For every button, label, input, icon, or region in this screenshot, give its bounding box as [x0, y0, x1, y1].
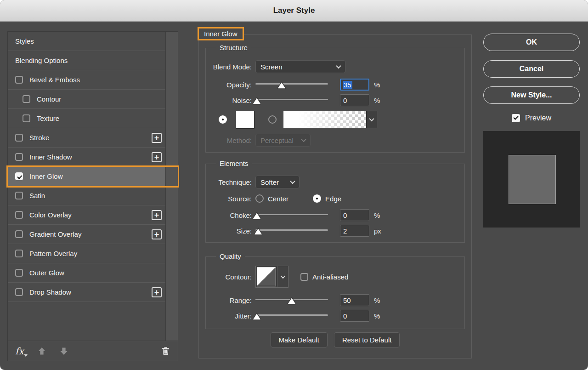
dialog-titlebar[interactable]: Layer Style — [0, 0, 588, 22]
fx-menu-icon[interactable]: fx — [15, 346, 24, 357]
sidebar-item-satin[interactable]: Satin — [8, 186, 165, 205]
noise-value: 0 — [343, 97, 347, 104]
ok-button[interactable]: OK — [483, 34, 580, 51]
chevron-down-icon — [336, 63, 341, 68]
sidebar-item-styles[interactable]: Styles — [8, 32, 165, 51]
sidebar-item-pattern-overlay[interactable]: Pattern Overlay — [8, 244, 165, 263]
size-slider[interactable] — [255, 226, 328, 235]
noise-slider-thumb[interactable] — [252, 97, 261, 105]
size-input[interactable]: 2 — [340, 225, 369, 237]
choke-input[interactable]: 0 — [340, 209, 369, 221]
opacity-slider[interactable] — [255, 80, 328, 89]
noise-label: Noise: — [206, 97, 252, 104]
technique-select[interactable]: Softer — [255, 176, 300, 188]
add-effect-button[interactable]: + — [152, 287, 162, 297]
noise-slider[interactable] — [255, 96, 328, 105]
size-slider-thumb[interactable] — [254, 228, 263, 235]
add-effect-button[interactable]: + — [152, 210, 162, 220]
add-effect-button[interactable]: + — [152, 229, 162, 239]
elements-section: Elements Technique: Softer Source: Cente… — [205, 164, 465, 243]
sidebar-item-label: Pattern Overlay — [29, 250, 77, 257]
source-center-radio[interactable] — [255, 194, 264, 203]
gradient-radio[interactable] — [268, 115, 277, 124]
style-enable-checkbox[interactable] — [15, 134, 23, 142]
contour-label: Contour: — [206, 273, 252, 281]
opacity-input[interactable]: 35 — [340, 79, 369, 91]
sidebar-item-texture[interactable]: Texture — [8, 109, 165, 128]
method-select: Perceptual — [255, 134, 311, 147]
preview-label: Preview — [525, 114, 551, 122]
range-slider[interactable] — [255, 296, 328, 305]
new-style-button[interactable]: New Style... — [483, 86, 580, 104]
style-enable-checkbox[interactable] — [15, 250, 23, 257]
source-center-label: Center — [268, 195, 288, 203]
style-enable-checkbox[interactable] — [15, 288, 23, 296]
cancel-button[interactable]: Cancel — [483, 60, 580, 78]
add-effect-button[interactable]: + — [152, 133, 162, 143]
sidebar-scrollbar[interactable] — [165, 32, 178, 341]
style-enable-checkbox[interactable] — [15, 153, 23, 161]
style-enable-checkbox[interactable] — [15, 230, 23, 238]
style-enable-checkbox[interactable] — [15, 172, 23, 180]
panel-buttons: Make Default Reset to Default — [199, 332, 471, 347]
gradient-picker[interactable] — [283, 111, 377, 128]
sidebar-item-inner-shadow[interactable]: Inner Shadow + — [8, 148, 165, 167]
style-enable-checkbox[interactable] — [23, 95, 30, 103]
gradient-dropdown-button[interactable] — [366, 111, 377, 128]
sidebar-item-inner-glow[interactable]: Inner Glow — [8, 167, 165, 186]
style-enable-checkbox[interactable] — [15, 192, 23, 199]
jitter-input[interactable]: 0 — [340, 310, 369, 322]
choke-slider[interactable] — [255, 211, 328, 220]
glow-color-swatch[interactable] — [236, 111, 254, 129]
style-enable-checkbox[interactable] — [15, 269, 23, 277]
blend-mode-select[interactable]: Screen — [255, 60, 345, 73]
range-label: Range: — [206, 296, 252, 304]
sidebar-item-bevel-emboss[interactable]: Bevel & Emboss — [8, 70, 165, 90]
jitter-slider-thumb[interactable] — [252, 313, 261, 320]
delete-effect-icon[interactable] — [161, 346, 170, 356]
sidebar-item-contour[interactable]: Contour — [8, 90, 165, 109]
sidebar-item-label: Texture — [37, 114, 59, 122]
choke-slider-thumb[interactable] — [252, 212, 261, 220]
style-enable-checkbox[interactable] — [15, 211, 23, 219]
range-slider-thumb[interactable] — [287, 297, 296, 305]
sidebar-item-outer-glow[interactable]: Outer Glow — [8, 263, 165, 283]
gradient-preview[interactable] — [283, 111, 366, 128]
solid-color-radio[interactable] — [219, 115, 227, 124]
structure-legend: Structure — [216, 44, 251, 51]
noise-unit: % — [374, 97, 380, 104]
opacity-slider-thumb[interactable] — [277, 81, 286, 89]
preview-checkbox[interactable] — [512, 114, 520, 122]
jitter-value: 0 — [343, 312, 347, 320]
add-effect-button[interactable]: + — [152, 152, 162, 162]
dialog-title: Layer Style — [273, 6, 315, 15]
structure-section: Structure Blend Mode: Screen Opacity: — [205, 48, 465, 153]
sidebar-item-gradient-overlay[interactable]: Gradient Overlay + — [8, 225, 165, 244]
style-enable-checkbox[interactable] — [15, 76, 23, 84]
anti-aliased-checkbox[interactable] — [300, 273, 308, 281]
preview-layer-square — [509, 155, 556, 204]
sidebar-item-blending-options[interactable]: Blending Options — [8, 51, 165, 70]
contour-thumbnail[interactable] — [257, 267, 276, 286]
range-input[interactable]: 50 — [340, 294, 369, 306]
chevron-down-icon — [280, 273, 285, 279]
move-effect-down-icon[interactable] — [60, 347, 68, 355]
jitter-label: Jitter: — [206, 312, 252, 320]
source-edge-radio[interactable] — [313, 194, 321, 203]
quality-legend: Quality — [216, 252, 245, 260]
sidebar-item-label: Satin — [29, 192, 45, 199]
quality-section: Quality Contour: Anti-aliased Range: — [205, 256, 465, 329]
noise-input[interactable]: 0 — [340, 94, 369, 106]
sidebar-item-drop-shadow[interactable]: Drop Shadow + — [8, 283, 165, 302]
make-default-button[interactable]: Make Default — [271, 332, 328, 347]
sidebar-item-color-overlay[interactable]: Color Overlay + — [8, 205, 165, 225]
sidebar-item-label: Gradient Overlay — [29, 230, 81, 238]
contour-picker[interactable] — [255, 266, 288, 288]
preview-toggle-row: Preview — [483, 113, 580, 123]
contour-dropdown-button[interactable] — [277, 266, 288, 287]
sidebar-item-stroke[interactable]: Stroke + — [8, 128, 165, 148]
move-effect-up-icon[interactable] — [38, 347, 46, 355]
reset-to-default-button[interactable]: Reset to Default — [334, 332, 400, 347]
jitter-slider[interactable] — [255, 311, 328, 320]
style-enable-checkbox[interactable] — [23, 114, 30, 122]
